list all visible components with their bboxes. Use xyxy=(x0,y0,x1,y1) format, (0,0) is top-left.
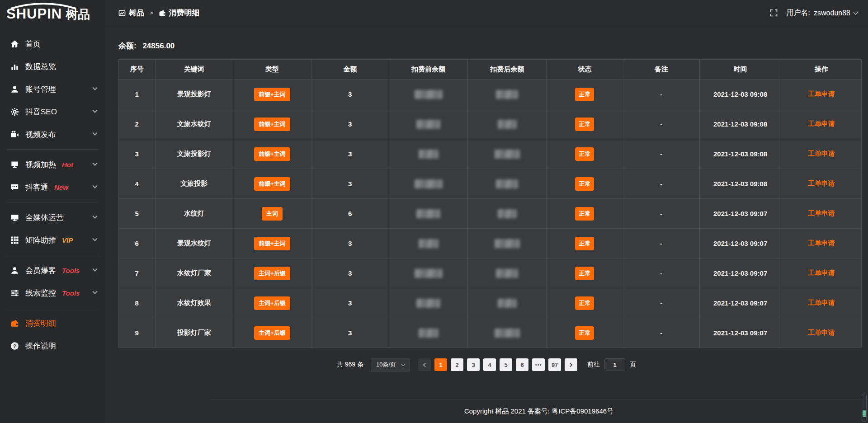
work-order-link[interactable]: 工单申请 xyxy=(808,209,835,217)
work-order-link[interactable]: 工单申请 xyxy=(808,239,835,247)
logo[interactable]: SHUPIN 树品 xyxy=(0,0,105,26)
redacted-value xyxy=(415,90,443,99)
home-icon xyxy=(10,39,19,48)
table-row: 9投影灯厂家主词+后缀3正常-2021-12-03 09:07工单申请 xyxy=(119,318,862,348)
column-header: 序号 xyxy=(119,60,156,80)
type-cell: 前缀+主词 xyxy=(233,229,311,258)
page-button-4[interactable]: 4 xyxy=(483,358,496,371)
balance-after-cell xyxy=(468,109,547,139)
page-button-6[interactable]: 6 xyxy=(516,358,528,371)
page-size-select[interactable]: 10条/页 xyxy=(371,358,410,371)
next-page-button[interactable] xyxy=(565,358,577,371)
chevron-down-icon xyxy=(92,214,97,219)
topbar: 树品 > 消费明细 用户名: zswodun88 xyxy=(105,0,868,26)
page-button-97[interactable]: 97 xyxy=(548,358,561,371)
balance-label: 余额: xyxy=(118,42,137,50)
user-label: 用户名: xyxy=(787,8,810,18)
redacted-value xyxy=(415,269,443,278)
time-cell: 2021-12-03 09:08 xyxy=(699,80,781,109)
sidebar-item-label: 消费明细 xyxy=(25,318,56,329)
sidebar-item-matrix-boost[interactable]: 矩阵助推VIP xyxy=(0,229,105,251)
chevron-down-icon xyxy=(92,236,97,241)
sidebar-item-douyin-seo[interactable]: 抖音SEO xyxy=(0,100,105,123)
time-cell: 2021-12-03 09:08 xyxy=(699,169,781,199)
sidebar-item-media-operation[interactable]: 全媒体运营 xyxy=(0,206,105,229)
keyword-cell: 文旅投影灯 xyxy=(155,139,233,169)
no-cell: 5 xyxy=(119,199,156,229)
page-button-3[interactable]: 3 xyxy=(467,358,480,371)
sidebar-item-video-publish[interactable]: 视频发布 xyxy=(0,123,105,146)
work-order-link[interactable]: 工单申请 xyxy=(808,299,835,306)
wallet-icon xyxy=(10,319,19,328)
work-order-link[interactable]: 工单申请 xyxy=(808,120,835,127)
sidebar-item-data-overview[interactable]: 数据总览 xyxy=(0,55,105,78)
action-cell: 工单申请 xyxy=(781,318,862,348)
svg-text:?: ? xyxy=(13,343,16,348)
type-badge: 主词+后缀 xyxy=(254,296,290,310)
page-button-2[interactable]: 2 xyxy=(451,358,463,371)
goto-suffix: 页 xyxy=(630,361,636,369)
no-cell: 8 xyxy=(119,288,156,318)
user-icon xyxy=(10,85,19,94)
goto-page-input[interactable] xyxy=(604,358,625,371)
prev-page-button[interactable] xyxy=(418,358,431,371)
sidebar-divider xyxy=(6,149,99,150)
work-order-link[interactable]: 工单申请 xyxy=(808,150,835,157)
page-button-1[interactable]: 1 xyxy=(434,358,447,371)
breadcrumb-item-site[interactable]: 树品 xyxy=(118,8,144,18)
work-order-link[interactable]: 工单申请 xyxy=(808,90,835,98)
time-cell: 2021-12-03 09:07 xyxy=(699,288,781,318)
question-icon: ? xyxy=(10,341,19,350)
fullscreen-icon[interactable] xyxy=(770,9,778,17)
sidebar-item-label: 账号管理 xyxy=(25,84,56,94)
table-row: 5水纹灯主词6正常-2021-12-03 09:07工单申请 xyxy=(119,199,862,229)
no-cell: 4 xyxy=(119,169,156,199)
scrollbar-thumb[interactable] xyxy=(863,410,866,417)
sidebar-item-member-baoke[interactable]: 会员爆客Tools xyxy=(0,259,105,282)
balance-value: 24856.00 xyxy=(142,42,175,50)
status-badge: 正常 xyxy=(575,296,594,310)
amount-cell: 3 xyxy=(311,229,389,258)
redacted-value xyxy=(495,150,520,159)
chevron-down-icon xyxy=(92,131,97,136)
sidebar-item-tag: Tools xyxy=(62,289,80,297)
sidebar-item-douketong[interactable]: 抖客通New xyxy=(0,176,105,198)
sidebar-item-consume-detail[interactable]: 消费明细 xyxy=(0,312,105,334)
keyword-cell: 水纹灯 xyxy=(155,199,233,229)
remark-cell: - xyxy=(623,229,699,258)
username: zswodun88 xyxy=(814,9,850,17)
amount-cell: 3 xyxy=(311,258,389,288)
consume-table: 序号关键词类型金额扣费前余额扣费后余额状态备注时间操作 1景观投影灯前缀+主词3… xyxy=(118,59,862,348)
sidebar-item-account-management[interactable]: 账号管理 xyxy=(0,78,105,100)
page-button-5[interactable]: 5 xyxy=(500,358,512,371)
sidebar-item-home[interactable]: 首页 xyxy=(0,33,105,55)
work-order-link[interactable]: 工单申请 xyxy=(808,179,835,187)
chevron-down-icon xyxy=(92,85,97,90)
table-row: 8水纹灯效果主词+后缀3正常-2021-12-03 09:07工单申请 xyxy=(119,288,862,318)
chevron-down-icon xyxy=(92,108,97,113)
breadcrumb-item-page[interactable]: 消费明细 xyxy=(159,8,200,18)
sidebar-item-clue-monitor[interactable]: 线索监控Tools xyxy=(0,282,105,304)
time-cell: 2021-12-03 09:07 xyxy=(699,199,781,229)
work-order-link[interactable]: 工单申请 xyxy=(808,329,835,336)
breadcrumb-separator: > xyxy=(150,9,153,16)
sidebar-item-video-heat[interactable]: 视频加热Hot xyxy=(0,153,105,176)
sidebar-divider xyxy=(6,308,99,308)
sidebar: SHUPIN 树品 首页数据总览账号管理抖音SEO视频发布视频加热Hot抖客通N… xyxy=(0,0,105,423)
page-more-button[interactable]: ••• xyxy=(532,358,545,371)
sidebar-item-operation-guide[interactable]: ?操作说明 xyxy=(0,334,105,357)
type-badge: 前缀+主词 xyxy=(254,177,290,191)
balance-before-cell xyxy=(389,229,468,258)
time-cell: 2021-12-03 09:07 xyxy=(699,318,781,348)
site-image-icon xyxy=(118,9,126,17)
work-order-link[interactable]: 工单申请 xyxy=(808,269,835,277)
type-badge: 前缀+主词 xyxy=(254,237,290,250)
status-badge: 正常 xyxy=(575,118,594,131)
status-cell: 正常 xyxy=(547,169,623,199)
type-cell: 主词+后缀 xyxy=(233,258,311,288)
type-cell: 前缀+主词 xyxy=(233,80,311,109)
scrollbar[interactable] xyxy=(862,394,867,422)
user-menu[interactable]: 用户名: zswodun88 xyxy=(787,8,857,18)
column-header: 时间 xyxy=(699,60,781,80)
remark-cell: - xyxy=(623,169,699,199)
